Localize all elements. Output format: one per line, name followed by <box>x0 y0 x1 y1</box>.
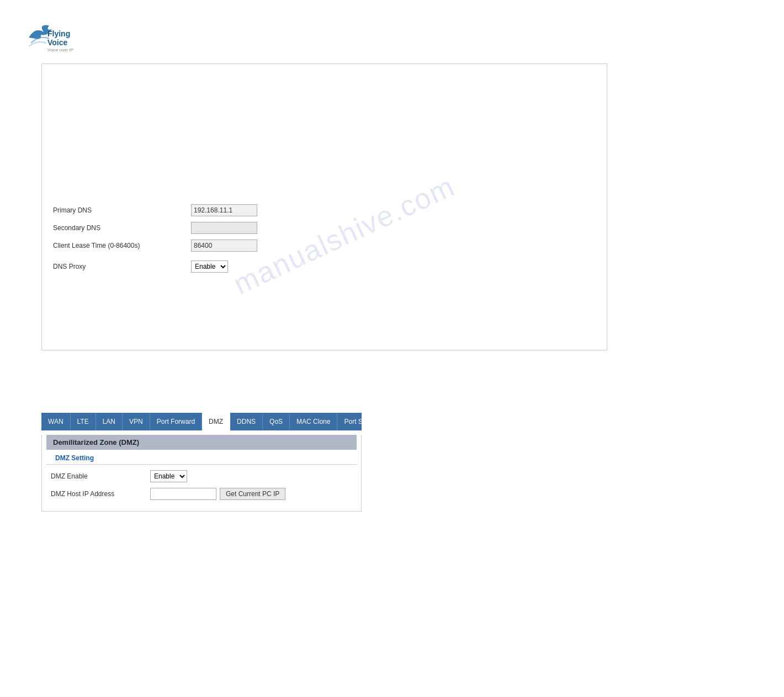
lan-form-section: Primary DNS Secondary DNS Client Lease T… <box>42 204 607 278</box>
logo-area: Flying Voice Voice over IP <box>24 15 85 56</box>
dmz-host-ip-row: DMZ Host IP Address Get Current PC IP <box>51 488 352 500</box>
tab-qos[interactable]: QoS <box>263 413 290 430</box>
dmz-enable-select[interactable]: Enable Disable <box>150 470 187 482</box>
client-lease-time-label: Client Lease Time (0-86400s) <box>53 242 191 249</box>
tab-port-forward[interactable]: Port Forward <box>150 413 202 430</box>
secondary-dns-label: Secondary DNS <box>53 224 191 232</box>
dmz-host-ip-input[interactable] <box>150 488 216 500</box>
dmz-content-area: Demilitarized Zone (DMZ) DMZ Setting DMZ… <box>41 435 362 512</box>
dmz-setting-title: DMZ Setting <box>46 450 357 465</box>
dns-proxy-select[interactable]: Enable Disable <box>191 260 228 273</box>
client-lease-time-row: Client Lease Time (0-86400s) <box>53 240 596 252</box>
tab-vpn[interactable]: VPN <box>123 413 150 430</box>
dmz-section: WAN LTE LAN VPN Port Forward DMZ DDNS Qo… <box>41 413 362 512</box>
primary-dns-input[interactable] <box>191 204 257 216</box>
tab-dmz[interactable]: DMZ <box>202 413 230 430</box>
primary-dns-row: Primary DNS <box>53 204 596 216</box>
primary-dns-label: Primary DNS <box>53 206 191 214</box>
dns-proxy-label: DNS Proxy <box>53 263 191 270</box>
tab-wan[interactable]: WAN <box>41 413 71 430</box>
tab-mac-clone[interactable]: MAC Clone <box>290 413 337 430</box>
svg-text:Voice: Voice <box>47 38 68 47</box>
tab-port-setting[interactable]: Port Setting <box>337 413 386 430</box>
get-current-pc-ip-button[interactable]: Get Current PC IP <box>220 488 285 500</box>
dmz-form: DMZ Enable Enable Disable DMZ Host IP Ad… <box>42 465 361 511</box>
dmz-host-ip-label: DMZ Host IP Address <box>51 490 150 498</box>
secondary-dns-row: Secondary DNS <box>53 222 596 234</box>
dmz-enable-label: DMZ Enable <box>51 472 150 480</box>
secondary-dns-input[interactable] <box>191 222 257 234</box>
tab-bar: WAN LTE LAN VPN Port Forward DMZ DDNS Qo… <box>41 413 362 430</box>
tab-lan[interactable]: LAN <box>96 413 123 430</box>
svg-text:Voice over IP: Voice over IP <box>47 47 73 52</box>
dmz-section-header: Demilitarized Zone (DMZ) <box>46 435 357 450</box>
svg-text:Flying: Flying <box>47 29 70 38</box>
tab-lte[interactable]: LTE <box>71 413 96 430</box>
dns-proxy-row: DNS Proxy Enable Disable <box>53 260 596 273</box>
main-content-box: manualshive.com Primary DNS Secondary DN… <box>41 63 607 350</box>
tab-ddns[interactable]: DDNS <box>230 413 263 430</box>
client-lease-time-input[interactable] <box>191 240 257 252</box>
dmz-enable-row: DMZ Enable Enable Disable <box>51 470 352 482</box>
